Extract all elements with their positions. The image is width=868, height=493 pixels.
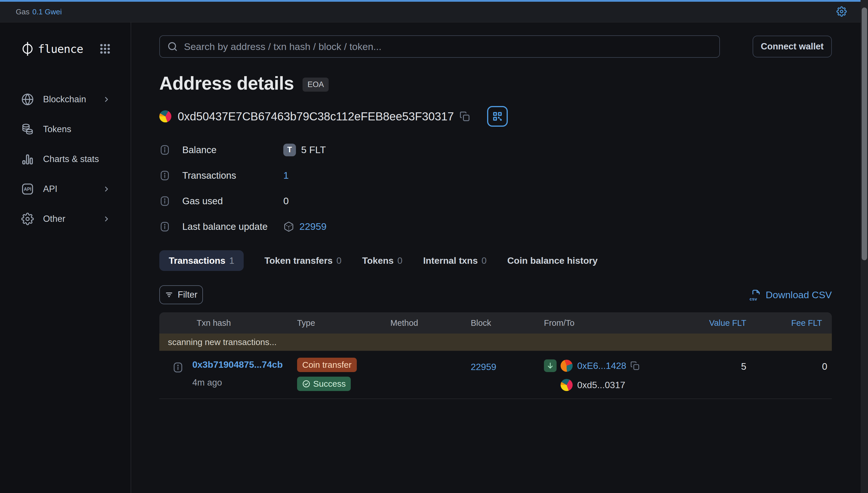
txn-method xyxy=(390,351,471,391)
tab-bar: Transactions 1 Token transfers 0 Tokens … xyxy=(159,250,832,271)
status-label: Success xyxy=(313,379,346,389)
info-hint-icon[interactable] xyxy=(159,145,170,155)
gas-tracker: Gas 0.1 Gwei xyxy=(16,7,62,16)
search-bar[interactable] xyxy=(159,35,720,58)
tab-internal-txns[interactable]: Internal txns 0 xyxy=(423,250,486,271)
sidebar: fluence Blockchain Tokens xyxy=(0,22,131,493)
page-title: Address details xyxy=(159,73,294,94)
tab-count: 0 xyxy=(481,255,486,266)
txn-age: 4m ago xyxy=(192,378,283,388)
tx-info-icon[interactable] xyxy=(172,362,184,391)
settings-gear-icon[interactable] xyxy=(837,6,847,17)
gas-label: Gas xyxy=(16,7,29,16)
sidebar-item-label: Other xyxy=(43,214,102,224)
sidebar-item-other[interactable]: Other xyxy=(0,204,131,234)
search-input[interactable] xyxy=(184,41,712,52)
topbar: Gas 0.1 Gwei xyxy=(0,2,868,22)
last-balance-update-label: Last balance update xyxy=(182,221,283,232)
bar-chart-icon xyxy=(21,153,34,166)
col-value-flt[interactable]: Value FLT xyxy=(676,318,746,328)
address-hash[interactable]: 0xd50437E7CB67463b79C38c112eFEB8ee53F303… xyxy=(178,110,454,123)
sidebar-item-label: Tokens xyxy=(43,124,111,134)
globe-icon xyxy=(21,93,34,106)
tab-coin-balance-history[interactable]: Coin balance history xyxy=(507,250,598,271)
sidebar-item-label: Blockchain xyxy=(43,94,102,105)
chevron-right-icon xyxy=(102,185,111,193)
txn-status-badge: Success xyxy=(297,377,351,391)
info-hint-icon[interactable] xyxy=(159,196,170,207)
col-method: Method xyxy=(390,318,471,328)
balance-value: 5 FLT xyxy=(301,144,326,155)
last-balance-update-block-link[interactable]: 22959 xyxy=(299,221,327,232)
info-hint-icon[interactable] xyxy=(159,170,170,181)
copy-from-address-icon[interactable] xyxy=(630,361,640,370)
tab-label: Internal txns xyxy=(423,255,478,266)
tab-count: 1 xyxy=(229,255,234,266)
download-csv-link[interactable]: csv Download CSV xyxy=(751,289,832,301)
logo-text: fluence xyxy=(38,43,83,56)
transactions-label: Transactions xyxy=(182,170,283,181)
eoa-badge: EOA xyxy=(302,78,329,92)
copy-address-icon[interactable] xyxy=(460,111,470,122)
sidebar-item-charts-stats[interactable]: Charts & stats xyxy=(0,144,131,174)
tab-transactions[interactable]: Transactions 1 xyxy=(159,250,244,271)
from-avatar xyxy=(561,360,573,372)
tab-label: Coin balance history xyxy=(507,255,598,266)
to-avatar xyxy=(561,379,573,391)
info-row-balance: Balance T 5 FLT xyxy=(159,137,832,163)
api-icon: API xyxy=(21,183,34,195)
sidebar-item-blockchain[interactable]: Blockchain xyxy=(0,84,131,114)
tab-token-transfers[interactable]: Token transfers 0 xyxy=(265,250,342,271)
sidebar-item-tokens[interactable]: Tokens xyxy=(0,114,131,144)
tab-tokens[interactable]: Tokens 0 xyxy=(362,250,403,271)
svg-text:API: API xyxy=(24,187,31,192)
table-row: 0x3b71904875...74cb 4m ago Coin transfer… xyxy=(159,351,832,399)
qr-code-button[interactable] xyxy=(487,106,508,127)
scrollbar-thumb[interactable] xyxy=(862,7,867,260)
gas-used-label: Gas used xyxy=(182,196,283,207)
col-fee-flt[interactable]: Fee FLT xyxy=(746,318,832,328)
gas-value[interactable]: 0.1 Gwei xyxy=(32,7,62,16)
txn-fee: 0 xyxy=(746,351,832,391)
chevron-right-icon xyxy=(102,95,111,103)
gas-used-value: 0 xyxy=(283,195,289,207)
scanning-banner: scanning new transactions... xyxy=(159,334,832,351)
block-link[interactable]: 22959 xyxy=(471,362,496,372)
info-row-last-balance-update: Last balance update 22959 xyxy=(159,214,832,239)
from-address-link[interactable]: 0xE6...1428 xyxy=(577,361,626,371)
connect-wallet-button[interactable]: Connect wallet xyxy=(753,36,832,58)
col-block: Block xyxy=(471,318,544,328)
sidebar-item-api[interactable]: API API xyxy=(0,174,131,204)
tab-count: 0 xyxy=(397,255,403,266)
fluence-logo[interactable]: fluence xyxy=(21,41,83,56)
tab-label: Token transfers xyxy=(265,255,333,266)
tab-count: 0 xyxy=(336,255,342,266)
info-row-gas-used: Gas used 0 xyxy=(159,188,832,214)
to-address: 0xd5...0317 xyxy=(577,380,625,390)
col-from-to: From/To xyxy=(544,318,676,328)
txn-hash-link[interactable]: 0x3b71904875...74cb xyxy=(192,359,283,370)
filter-button[interactable]: Filter xyxy=(159,285,203,304)
balance-label: Balance xyxy=(182,145,283,155)
gear-icon xyxy=(21,213,34,225)
sidebar-item-label: API xyxy=(43,184,102,194)
info-hint-icon[interactable] xyxy=(159,221,170,232)
csv-file-icon: csv xyxy=(751,289,761,300)
address-avatar xyxy=(159,110,172,122)
grid-dots-icon[interactable] xyxy=(99,43,111,54)
filter-label: Filter xyxy=(178,290,198,300)
tab-label: Tokens xyxy=(362,255,394,266)
transactions-count-link[interactable]: 1 xyxy=(283,170,289,181)
chevron-right-icon xyxy=(102,215,111,223)
transactions-table: Txn hash Type Method Block From/To Value… xyxy=(159,312,832,399)
coins-icon xyxy=(21,123,34,135)
col-txn-hash: Txn hash xyxy=(159,318,297,328)
download-csv-label: Download CSV xyxy=(766,289,832,301)
incoming-arrow-icon xyxy=(544,359,556,372)
table-header: Txn hash Type Method Block From/To Value… xyxy=(159,312,832,334)
phi-icon xyxy=(21,41,34,56)
csv-label: csv xyxy=(750,297,757,301)
col-type: Type xyxy=(297,318,390,328)
token-icon: T xyxy=(283,144,296,156)
tab-label: Transactions xyxy=(169,255,225,266)
